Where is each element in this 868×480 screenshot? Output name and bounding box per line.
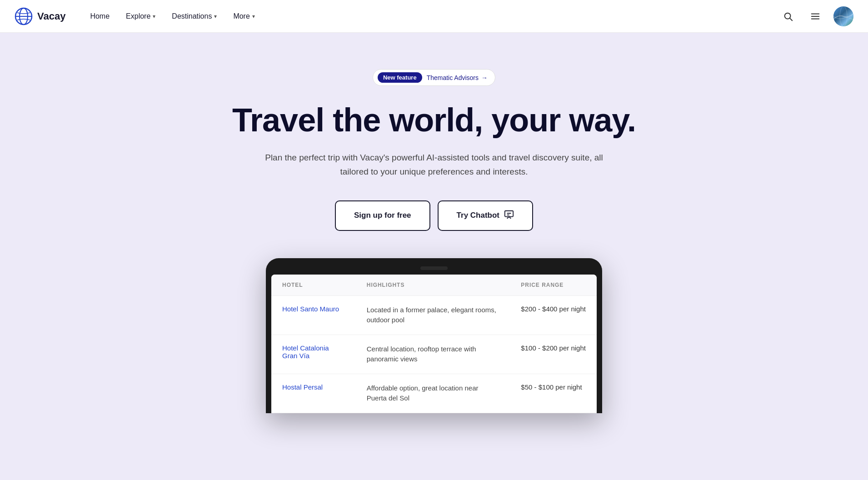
nav-destinations[interactable]: Destinations ▾	[165, 9, 223, 24]
hero-buttons: Sign up for free Try Chatbot	[335, 200, 533, 231]
more-chevron-icon: ▾	[252, 13, 255, 20]
avatar[interactable]	[833, 6, 853, 26]
table-row: Hostal Persal Affordable option, great l…	[271, 374, 597, 413]
svg-rect-10	[505, 211, 513, 217]
hotel-name-1[interactable]: Hotel Santo Mauro	[282, 305, 339, 313]
nav-more[interactable]: More ▾	[227, 9, 261, 24]
menu-button[interactable]	[806, 7, 824, 25]
device-frame: HOTEL HIGHLIGHTS PRICE RANGE Hotel Santo…	[266, 258, 602, 413]
nav-explore[interactable]: Explore ▾	[120, 9, 162, 24]
nav-right-actions	[779, 6, 853, 26]
hotel-price-3: $50 - $100 per night	[510, 374, 597, 413]
svg-line-4	[790, 18, 792, 20]
device-mockup: HOTEL HIGHLIGHTS PRICE RANGE Hotel Santo…	[266, 258, 602, 413]
device-screen: HOTEL HIGHLIGHTS PRICE RANGE Hotel Santo…	[271, 275, 597, 413]
table-row: Hotel Catalonia Gran Vía Central locatio…	[271, 335, 597, 374]
device-top-bar	[271, 264, 597, 275]
logo-icon	[15, 7, 33, 25]
hero-section: New feature Thematic Advisors → Travel t…	[0, 33, 868, 480]
hotel-highlights-2: Central location, rooftop terrace with p…	[356, 335, 510, 374]
table-header: HOTEL HIGHLIGHTS PRICE RANGE	[271, 275, 597, 296]
logo-text: Vacay	[37, 10, 65, 22]
nav-home[interactable]: Home	[84, 9, 116, 24]
feature-badge[interactable]: New feature Thematic Advisors →	[373, 69, 495, 86]
destinations-chevron-icon: ▾	[214, 13, 217, 20]
device-camera	[420, 266, 448, 270]
table-row: Hotel Santo Mauro Located in a former pa…	[271, 295, 597, 335]
hotel-price-2: $100 - $200 per night	[510, 335, 597, 374]
chatbot-icon	[504, 210, 514, 222]
nav-links: Home Explore ▾ Destinations ▾ More ▾	[84, 9, 779, 24]
badge-link: Thematic Advisors →	[427, 74, 488, 81]
hotel-highlights-3: Affordable option, great location near P…	[356, 374, 510, 413]
col-hotel: HOTEL	[271, 275, 356, 296]
table-body: Hotel Santo Mauro Located in a former pa…	[271, 295, 597, 413]
explore-chevron-icon: ▾	[153, 13, 155, 20]
navbar: Vacay Home Explore ▾ Destinations ▾ More…	[0, 0, 868, 33]
search-button[interactable]	[779, 7, 797, 25]
badge-arrow-icon: →	[481, 74, 488, 81]
hotel-table: HOTEL HIGHLIGHTS PRICE RANGE Hotel Santo…	[271, 275, 597, 413]
hotel-highlights-1: Located in a former palace, elegant room…	[356, 295, 510, 335]
hotel-name-3[interactable]: Hostal Persal	[282, 383, 323, 391]
search-icon	[783, 11, 793, 21]
avatar-image	[833, 6, 853, 26]
col-price: PRICE RANGE	[510, 275, 597, 296]
hotel-name-2[interactable]: Hotel Catalonia Gran Vía	[282, 344, 329, 360]
hotel-price-1: $200 - $400 per night	[510, 295, 597, 335]
logo-link[interactable]: Vacay	[15, 7, 65, 25]
chatbot-button[interactable]: Try Chatbot	[438, 200, 533, 231]
hamburger-icon	[810, 11, 820, 21]
signup-button[interactable]: Sign up for free	[335, 200, 430, 231]
badge-label: New feature	[378, 72, 422, 83]
hero-subtitle: Plan the perfect trip with Vacay's power…	[261, 151, 607, 179]
hero-title: Travel the world, your way.	[232, 102, 636, 138]
col-highlights: HIGHLIGHTS	[356, 275, 510, 296]
